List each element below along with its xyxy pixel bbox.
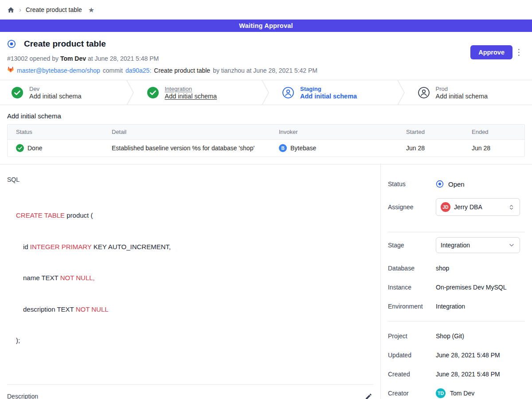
edit-pencil-icon[interactable]	[364, 392, 373, 399]
stage-pending-person-icon	[282, 87, 294, 98]
sql-line: description TEXT NOT NULL	[16, 304, 373, 315]
stage-staging-active[interactable]: Staging Add initial schema	[271, 80, 397, 105]
divider	[388, 232, 525, 232]
status-label: Status	[388, 180, 436, 188]
approve-button[interactable]: Approve	[470, 45, 512, 59]
stage-label: Stage	[388, 242, 436, 249]
issue-open-status-icon	[7, 39, 16, 48]
stage-task-label: Add initial schema	[29, 93, 82, 100]
issue-header: Create product table #13002 opened by To…	[0, 32, 532, 80]
column-header-detail: Detail	[112, 129, 279, 135]
creator-name: Tom Dev	[450, 390, 474, 397]
stage-task-label: Add initial schema	[165, 93, 217, 100]
assignee-select[interactable]: JD Jerry DBA	[436, 198, 520, 216]
table-row[interactable]: Done Established baseline version %s for…	[8, 140, 524, 156]
project-label: Project	[388, 332, 436, 340]
divider	[388, 321, 525, 321]
updated-label: Updated	[388, 352, 436, 359]
issue-opener: Tom Dev	[60, 55, 86, 62]
gitlab-icon	[7, 66, 14, 74]
stage-env-label: Prod	[436, 86, 488, 92]
stage-integration[interactable]: Integration Add initial schema	[136, 80, 262, 105]
more-options-icon[interactable]: ⋮	[513, 46, 525, 58]
page-title: Create product table	[24, 39, 106, 49]
database-label: Database	[388, 265, 436, 272]
sql-line: name TEXT NOT NULL,	[16, 273, 373, 283]
stage-select[interactable]: Integration	[436, 237, 520, 253]
column-header-ended: Ended	[472, 129, 524, 135]
task-section: Add initial schema Status Detail Invoker…	[0, 105, 532, 157]
banner-text: Waiting Approval	[239, 22, 293, 29]
stage-selected-value: Integration	[441, 242, 505, 249]
waiting-approval-banner: Waiting Approval	[0, 20, 532, 32]
stage-env-label: Integration	[165, 86, 217, 92]
task-table-header: Status Detail Invoker Started Ended	[8, 125, 524, 140]
task-section-title: Add initial schema	[7, 112, 525, 120]
created-value: June 28, 2021 5:48 PM	[436, 371, 500, 378]
stage-env-label: Dev	[29, 86, 82, 92]
chevron-down-icon	[508, 242, 515, 249]
instance-label: Instance	[388, 284, 436, 291]
bytebase-avatar: B	[279, 144, 287, 152]
stage-done-check-icon	[147, 87, 159, 98]
environment-value: Integration	[436, 303, 465, 310]
task-detail-text: Established baseline version %s for data…	[112, 145, 279, 152]
creator-avatar: TD	[436, 388, 446, 398]
stage-prod[interactable]: Prod Add initial schema	[407, 80, 532, 105]
breadcrumb: › Create product table ★	[0, 0, 532, 20]
assignee-name: Jerry DBA	[454, 203, 504, 211]
favorite-star-icon[interactable]: ★	[88, 6, 94, 14]
assignee-avatar: JD	[441, 202, 450, 212]
column-header-invoker: Invoker	[279, 129, 406, 135]
created-label: Created	[388, 371, 436, 378]
column-header-started: Started	[406, 129, 472, 135]
instance-value: On-premises Dev MySQL	[436, 284, 506, 291]
issue-opened-at: at June 28, 2021 5:48 PM	[88, 55, 159, 62]
vcs-commit-line: master@bytebase-demo/shop commit da90a25…	[7, 66, 525, 74]
commit-word: commit	[103, 67, 123, 74]
stage-separator-icon	[397, 80, 407, 105]
status-value: Open	[448, 180, 465, 188]
description-label: Description	[7, 393, 38, 399]
main-column: SQL CREATE TABLE product ( id INTEGER PR…	[0, 164, 380, 399]
breadcrumb-page-title: Create product table	[26, 6, 82, 13]
task-table: Status Detail Invoker Started Ended Done…	[7, 124, 525, 157]
creator-label: Creator	[388, 390, 436, 397]
environment-label: Environment	[388, 303, 436, 310]
task-started-date: Jun 28	[406, 145, 472, 152]
issue-sidebar: Status Open Assignee JD Jerry DBA Stage …	[380, 164, 532, 399]
open-status-icon	[436, 180, 444, 188]
issue-meta: #13002 opened by Tom Dev at June 28, 202…	[7, 55, 525, 62]
database-value: shop	[436, 265, 449, 272]
home-icon[interactable]	[7, 6, 15, 14]
sql-line: id INTEGER PRIMARY KEY AUTO_INCREMENT,	[16, 242, 373, 252]
sql-line: CREATE TABLE product (	[16, 210, 373, 221]
divider	[7, 384, 373, 385]
branch-repo-link[interactable]: master@bytebase-demo/shop	[17, 67, 100, 74]
updated-value: June 28, 2021 5:48 PM	[436, 352, 500, 359]
stage-env-label: Staging	[300, 86, 357, 92]
lower-content: SQL CREATE TABLE product ( id INTEGER PR…	[0, 164, 532, 399]
stage-task-label: Add initial schema	[300, 93, 357, 100]
commit-message: Create product table	[154, 67, 210, 74]
stage-separator-icon	[126, 80, 136, 105]
done-check-icon	[16, 144, 24, 152]
sql-line: );	[16, 335, 373, 346]
stage-dev[interactable]: Dev Add initial schema	[0, 80, 126, 105]
stage-separator-icon	[261, 80, 271, 105]
stage-task-label: Add initial schema	[436, 93, 488, 100]
sql-code-block: CREATE TABLE product ( id INTEGER PRIMAR…	[16, 189, 373, 367]
stage-done-check-icon	[12, 87, 23, 98]
task-invoker-name: Bytebase	[290, 145, 316, 152]
bytebase-issue-page: { "colors": { "accent": "#4f46e5", "link…	[0, 0, 532, 399]
commit-byline: by tianzhou at June 28, 2021 5:42 PM	[213, 67, 317, 74]
project-value: Shop (Git)	[436, 332, 464, 340]
breadcrumb-chevron-icon: ›	[19, 6, 21, 13]
issue-id-text: #13002 opened by	[7, 55, 59, 62]
assignee-label: Assignee	[388, 203, 436, 211]
commit-hash-link[interactable]: da90a25:	[125, 67, 151, 74]
pipeline-stage-bar: Dev Add initial schema Integration Add i…	[0, 80, 532, 105]
sql-section-label: SQL	[7, 176, 373, 183]
column-header-status: Status	[8, 129, 112, 135]
task-status-text: Done	[27, 145, 42, 152]
